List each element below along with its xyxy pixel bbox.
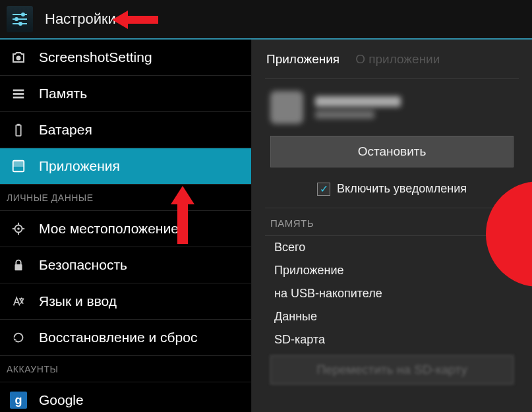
section-header-accounts: АККАУНТЫ <box>0 356 251 382</box>
sidebar-item-screenshot[interactable]: ScreenshotSetting <box>0 40 251 76</box>
sidebar: ScreenshotSetting Память Батарея Приложе… <box>0 40 252 412</box>
app-header <box>265 79 519 136</box>
info-row-data: Данные <box>265 305 519 328</box>
stop-button[interactable]: Остановить <box>270 136 514 167</box>
sidebar-item-reset[interactable]: Восстановление и сброс <box>0 320 251 356</box>
sidebar-item-label: Восстановление и сброс <box>39 330 197 345</box>
notifications-row[interactable]: ✓ Включить уведомления <box>265 173 519 208</box>
checkbox-icon[interactable]: ✓ <box>317 183 330 196</box>
sidebar-item-label: Язык и ввод <box>39 293 117 309</box>
move-to-sd-button: Переместить на SD-карту <box>270 355 514 384</box>
apps-icon <box>10 158 27 175</box>
svg-point-15 <box>17 227 20 230</box>
sidebar-item-label: ScreenshotSetting <box>39 49 152 65</box>
sidebar-item-security[interactable]: Безопасность <box>0 247 251 283</box>
language-icon <box>10 293 27 310</box>
app-name-block <box>315 96 401 119</box>
notifications-label: Включить уведомления <box>337 182 467 196</box>
battery-icon <box>10 121 27 138</box>
page-title: Настройки <box>45 11 116 28</box>
info-row-total: Всего <box>265 236 519 259</box>
svg-rect-9 <box>13 97 24 99</box>
svg-rect-13 <box>13 161 24 167</box>
sidebar-item-google[interactable]: g Google <box>0 382 251 412</box>
sidebar-item-language[interactable]: Язык и ввод <box>0 283 251 320</box>
tab-about-app[interactable]: О приложении <box>354 48 441 71</box>
storage-icon <box>10 85 27 102</box>
section-header-personal: ЛИЧНЫЕ ДАННЫЕ <box>0 185 251 211</box>
sidebar-item-label: Google <box>39 392 84 408</box>
svg-rect-7 <box>13 90 24 92</box>
sidebar-item-label: Батарея <box>39 122 92 138</box>
tab-apps-list[interactable]: Приложения <box>265 48 341 71</box>
memory-header: ПАМЯТЬ <box>265 208 519 236</box>
detail-tabs: Приложения О приложении <box>265 40 519 79</box>
sidebar-item-battery[interactable]: Батарея <box>0 112 251 148</box>
camera-icon <box>10 49 27 66</box>
location-icon <box>10 220 27 237</box>
info-row-usb: на USB-накопителе <box>265 282 519 305</box>
sidebar-item-label: Приложения <box>39 158 120 174</box>
svg-point-3 <box>15 18 18 20</box>
svg-rect-11 <box>17 124 20 126</box>
info-row-app: Приложение <box>265 259 519 282</box>
svg-rect-20 <box>15 264 22 270</box>
app-thumb-icon <box>270 91 303 124</box>
settings-app-icon <box>7 6 33 32</box>
reset-icon <box>10 329 27 346</box>
svg-point-5 <box>19 22 22 25</box>
svg-point-1 <box>22 13 24 16</box>
titlebar: Настройки <box>0 0 532 40</box>
info-row-sd: SD-карта <box>265 328 519 351</box>
svg-rect-10 <box>16 125 20 136</box>
svg-rect-8 <box>13 93 24 95</box>
google-icon: g <box>10 392 27 409</box>
sidebar-item-apps[interactable]: Приложения <box>0 148 251 185</box>
sidebar-item-location[interactable]: Мое местоположение <box>0 211 251 247</box>
sidebar-item-label: Память <box>39 86 87 102</box>
lock-icon <box>10 256 27 274</box>
svg-point-6 <box>16 56 21 61</box>
detail-pane: Приложения О приложении Остановить ✓ Вкл… <box>252 40 532 412</box>
sidebar-item-label: Мое местоположение <box>39 221 179 237</box>
sidebar-item-memory[interactable]: Память <box>0 76 251 112</box>
sidebar-item-label: Безопасность <box>39 257 127 273</box>
